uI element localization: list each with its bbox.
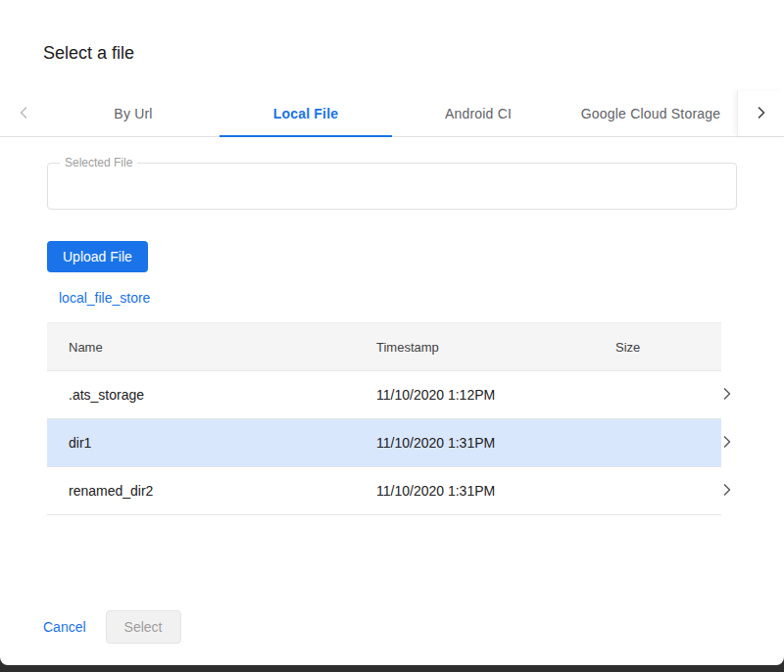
tab-label: Android CI: [445, 106, 512, 121]
dialog-title: Select a file: [43, 43, 741, 64]
tabs: By Url Local File Android CI Google Clou…: [47, 91, 737, 136]
tab-label: By Url: [114, 106, 152, 121]
chevron-left-icon: [14, 103, 33, 125]
column-header-name: Name: [69, 340, 376, 355]
tab-label: Local File: [273, 106, 339, 121]
open-folder-button[interactable]: [717, 480, 737, 503]
select-file-dialog: Select a file By Url Local File Android …: [0, 0, 784, 665]
dialog-footer: Cancel Select: [0, 610, 784, 665]
tab-bar: By Url Local File Android CI Google Clou…: [0, 91, 784, 137]
file-name: dir1: [69, 435, 376, 451]
select-button[interactable]: Select: [106, 610, 181, 644]
file-timestamp: 11/10/2020 1:31PM: [376, 435, 615, 451]
chevron-right-icon: [717, 432, 737, 455]
table-header-row: Name Timestamp Size: [47, 322, 721, 371]
tab-local-file[interactable]: Local File: [220, 91, 392, 136]
table-row[interactable]: .ats_storage 11/10/2020 1:12PM: [47, 371, 721, 419]
file-timestamp: 11/10/2020 1:31PM: [376, 483, 615, 499]
open-folder-button[interactable]: [717, 384, 737, 407]
tabs-scroll-right-button[interactable]: [737, 91, 784, 136]
tab-label: Google Cloud Storage: [581, 106, 721, 121]
tab-by-url[interactable]: By Url: [47, 91, 220, 136]
selected-file-input[interactable]: [48, 164, 736, 209]
file-name: renamed_dir2: [69, 483, 376, 499]
column-header-timestamp: Timestamp: [376, 340, 615, 355]
file-timestamp: 11/10/2020 1:12PM: [376, 387, 615, 403]
table-row[interactable]: dir1 11/10/2020 1:31PM: [47, 419, 721, 467]
cancel-button[interactable]: Cancel: [43, 613, 86, 641]
breadcrumb-local-file-store[interactable]: local_file_store: [59, 290, 150, 306]
tab-android-ci[interactable]: Android CI: [392, 91, 564, 136]
upload-file-button[interactable]: Upload File: [47, 241, 148, 272]
chevron-right-icon: [752, 103, 771, 125]
selected-file-field-label: Selected File: [60, 156, 137, 169]
tabs-scroll-left-button[interactable]: [0, 91, 47, 136]
column-header-size: Size: [615, 340, 704, 355]
chevron-right-icon: [717, 480, 737, 503]
tab-google-cloud-storage[interactable]: Google Cloud Storage: [564, 91, 737, 136]
file-name: .ats_storage: [69, 387, 376, 403]
file-table: Name Timestamp Size .ats_storage 11/10/2…: [47, 322, 721, 515]
tab-panel-local-file: Selected File Upload File local_file_sto…: [0, 137, 784, 610]
chevron-right-icon: [717, 384, 737, 407]
open-folder-button[interactable]: [717, 432, 737, 455]
selected-file-field: Selected File: [47, 163, 737, 210]
table-row[interactable]: renamed_dir2 11/10/2020 1:31PM: [47, 467, 721, 515]
